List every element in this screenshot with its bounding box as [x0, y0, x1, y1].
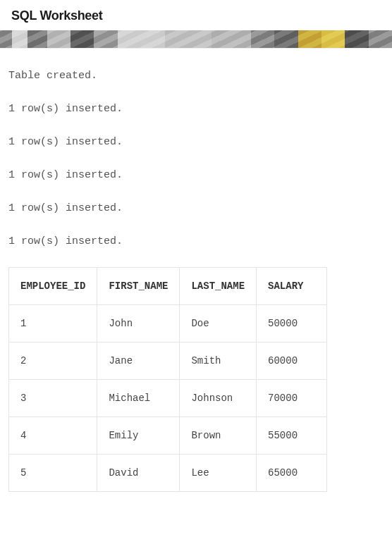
- table-header: FIRST_NAME: [97, 268, 180, 305]
- table-row: 1 John Doe 50000: [9, 305, 327, 342]
- status-message: Table created.: [8, 68, 384, 83]
- status-message: 1 row(s) inserted.: [8, 135, 384, 149]
- table-cell: Emily: [97, 417, 180, 455]
- table-cell: John: [97, 305, 180, 342]
- status-message: 1 row(s) inserted.: [8, 234, 384, 249]
- header: SQL Worksheet: [0, 0, 392, 30]
- table-row: 4 Emily Brown 55000: [9, 417, 327, 455]
- page-title: SQL Worksheet: [11, 8, 381, 23]
- table-cell: 2: [9, 342, 97, 380]
- table-cell: Lee: [180, 455, 257, 492]
- table-cell: Johnson: [180, 380, 257, 417]
- table-cell: 60000: [257, 342, 327, 380]
- table-header: LAST_NAME: [180, 268, 257, 305]
- table-cell: Doe: [180, 305, 257, 342]
- table-header-row: EMPLOYEE_ID FIRST_NAME LAST_NAME SALARY: [9, 268, 327, 305]
- table-cell: Brown: [180, 417, 257, 455]
- table-cell: 1: [9, 305, 97, 342]
- status-messages: Table created. 1 row(s) inserted. 1 row(…: [8, 68, 384, 249]
- table-row: 2 Jane Smith 60000: [9, 342, 327, 380]
- table-row: 3 Michael Johnson 70000: [9, 380, 327, 417]
- table-cell: 70000: [257, 380, 327, 417]
- table-row: 5 David Lee 65000: [9, 455, 327, 492]
- status-message: 1 row(s) inserted.: [8, 168, 384, 183]
- status-message: 1 row(s) inserted.: [8, 201, 384, 216]
- table-cell: Michael: [97, 380, 180, 417]
- status-message: 1 row(s) inserted.: [8, 101, 384, 116]
- sql-output: Table created. 1 row(s) inserted. 1 row(…: [0, 49, 392, 500]
- table-cell: Jane: [97, 342, 180, 380]
- table-cell: David: [97, 455, 180, 492]
- table-cell: 65000: [257, 455, 327, 492]
- table-cell: 3: [9, 380, 97, 417]
- result-table: EMPLOYEE_ID FIRST_NAME LAST_NAME SALARY …: [8, 267, 327, 492]
- table-header: EMPLOYEE_ID: [9, 268, 97, 305]
- table-cell: 5: [9, 455, 97, 492]
- table-cell: 55000: [257, 417, 327, 455]
- decorative-banner: [0, 30, 392, 49]
- table-cell: 4: [9, 417, 97, 455]
- table-cell: Smith: [180, 342, 257, 380]
- table-header: SALARY: [257, 268, 327, 305]
- table-cell: 50000: [257, 305, 327, 342]
